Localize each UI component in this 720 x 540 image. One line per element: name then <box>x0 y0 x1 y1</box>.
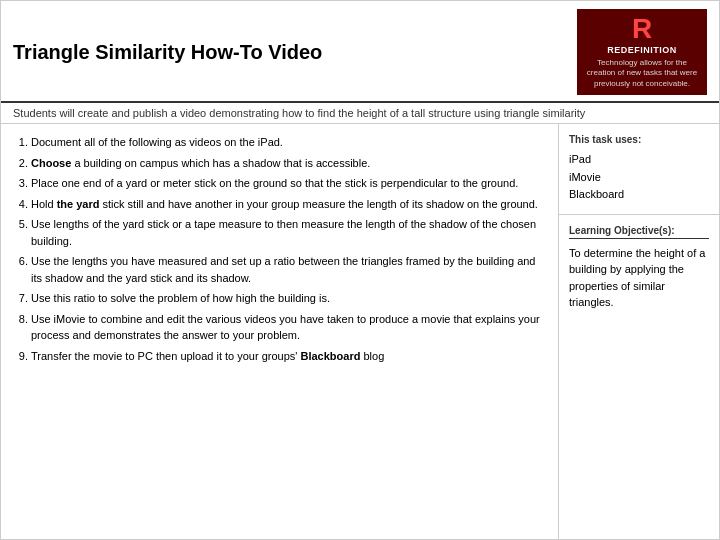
step-2-text: a building on campus which has a shadow … <box>71 157 370 169</box>
content-area: Document all of the following as videos … <box>1 124 719 539</box>
step-2-bold: Choose <box>31 157 71 169</box>
step-4-text: Hold the yard stick still and have anoth… <box>31 198 538 210</box>
list-item: Use the lengths you have measured and se… <box>31 253 546 286</box>
tools-label: This task uses: <box>569 134 709 145</box>
redefinition-title: REDEFINITION <box>585 45 699 55</box>
subtitle: Students will create and publish a video… <box>1 103 719 124</box>
step-9-text: Transfer the movie to PC then upload it … <box>31 350 384 362</box>
redefinition-r-letter: R <box>585 15 699 43</box>
sidebar-learning: Learning Objective(s): To determine the … <box>559 215 719 539</box>
learning-label: Learning Objective(s): <box>569 225 709 239</box>
step-7-text: Use this ratio to solve the problem of h… <box>31 292 330 304</box>
list-item: Hold the yard stick still and have anoth… <box>31 196 546 213</box>
list-item: Place one end of a yard or meter stick o… <box>31 175 546 192</box>
step-8-text: Use iMovie to combine and edit the vario… <box>31 313 540 342</box>
step-6-text: Use the lengths you have measured and se… <box>31 255 536 284</box>
list-item: Use this ratio to solve the problem of h… <box>31 290 546 307</box>
tool-ipad: iPad <box>569 151 709 169</box>
main-content: Document all of the following as videos … <box>1 124 559 539</box>
step-1-text: Document all of the following as videos … <box>31 136 283 148</box>
step-3-text: Place one end of a yard or meter stick o… <box>31 177 518 189</box>
header: Triangle Similarity How-To Video R REDEF… <box>1 1 719 103</box>
redefinition-description: Technology allows for the creation of ne… <box>585 58 699 89</box>
page-container: Triangle Similarity How-To Video R REDEF… <box>0 0 720 540</box>
list-item: Document all of the following as videos … <box>31 134 546 151</box>
steps-list: Document all of the following as videos … <box>13 134 546 364</box>
sidebar: This task uses: iPad iMovie Blackboard L… <box>559 124 719 539</box>
sidebar-tools: This task uses: iPad iMovie Blackboard <box>559 124 719 215</box>
list-item: Use iMovie to combine and edit the vario… <box>31 311 546 344</box>
page-title: Triangle Similarity How-To Video <box>13 41 322 64</box>
learning-text: To determine the height of a building by… <box>569 245 709 311</box>
list-item: Choose a building on campus which has a … <box>31 155 546 172</box>
tool-blackboard: Blackboard <box>569 186 709 204</box>
list-item: Transfer the movie to PC then upload it … <box>31 348 546 365</box>
step-5-text: Use lengths of the yard stick or a tape … <box>31 218 536 247</box>
list-item: Use lengths of the yard stick or a tape … <box>31 216 546 249</box>
redefinition-box: R REDEFINITION Technology allows for the… <box>577 9 707 95</box>
tool-imovie: iMovie <box>569 169 709 187</box>
subtitle-text: Students will create and publish a video… <box>13 107 585 119</box>
